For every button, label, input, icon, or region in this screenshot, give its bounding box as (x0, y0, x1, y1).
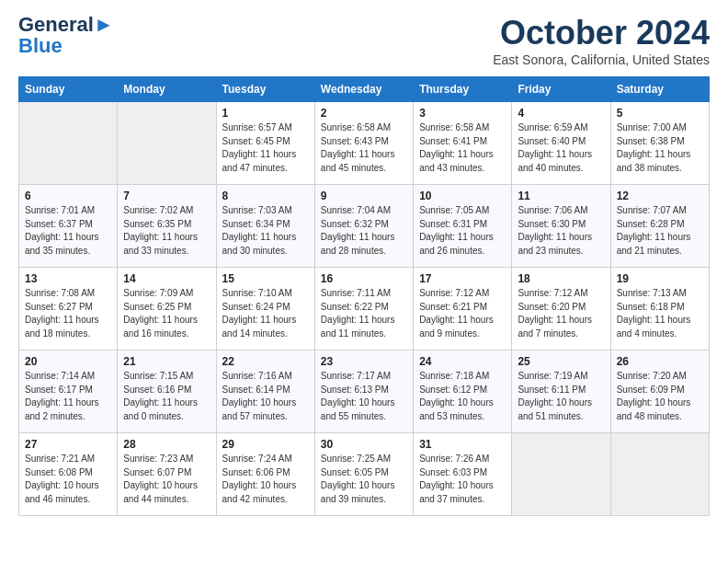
day-info: Sunrise: 7:08 AM Sunset: 6:27 PM Dayligh… (25, 287, 111, 340)
logo: General► Blue (18, 14, 114, 56)
day-number: 1 (222, 107, 309, 120)
calendar-cell: 16Sunrise: 7:11 AM Sunset: 6:22 PM Dayli… (314, 268, 413, 350)
calendar-cell: 27Sunrise: 7:21 AM Sunset: 6:08 PM Dayli… (19, 433, 118, 516)
day-number: 23 (321, 355, 407, 368)
month-title: October 2024 (493, 14, 710, 52)
calendar-cell: 18Sunrise: 7:12 AM Sunset: 6:20 PM Dayli… (512, 268, 610, 350)
calendar-weekday: Saturday (610, 77, 709, 102)
calendar-cell: 20Sunrise: 7:14 AM Sunset: 6:17 PM Dayli… (19, 350, 118, 433)
calendar-week-row: 27Sunrise: 7:21 AM Sunset: 6:08 PM Dayli… (19, 433, 710, 516)
calendar-week-row: 6Sunrise: 7:01 AM Sunset: 6:37 PM Daylig… (19, 185, 710, 268)
day-number: 18 (518, 272, 604, 285)
day-info: Sunrise: 7:01 AM Sunset: 6:37 PM Dayligh… (25, 204, 111, 258)
day-number: 3 (419, 107, 506, 120)
calendar-cell: 6Sunrise: 7:01 AM Sunset: 6:37 PM Daylig… (19, 185, 118, 268)
calendar-cell: 12Sunrise: 7:07 AM Sunset: 6:28 PM Dayli… (610, 185, 709, 268)
calendar-cell: 29Sunrise: 7:24 AM Sunset: 6:06 PM Dayli… (216, 433, 314, 516)
title-area: October 2024 East Sonora, California, Un… (493, 14, 710, 67)
calendar-cell: 23Sunrise: 7:17 AM Sunset: 6:13 PM Dayli… (314, 350, 413, 433)
calendar-cell: 1Sunrise: 6:57 AM Sunset: 6:45 PM Daylig… (216, 102, 314, 185)
calendar-weekday: Wednesday (314, 77, 413, 102)
calendar-cell: 25Sunrise: 7:19 AM Sunset: 6:11 PM Dayli… (512, 350, 610, 433)
day-number: 29 (222, 438, 309, 451)
calendar-cell: 15Sunrise: 7:10 AM Sunset: 6:24 PM Dayli… (216, 268, 314, 350)
day-info: Sunrise: 7:12 AM Sunset: 6:20 PM Dayligh… (518, 287, 604, 340)
calendar-cell (118, 102, 216, 185)
calendar-cell: 5Sunrise: 7:00 AM Sunset: 6:38 PM Daylig… (610, 102, 709, 185)
day-info: Sunrise: 7:14 AM Sunset: 6:17 PM Dayligh… (25, 370, 111, 423)
day-info: Sunrise: 7:24 AM Sunset: 6:06 PM Dayligh… (222, 453, 309, 506)
calendar-cell: 19Sunrise: 7:13 AM Sunset: 6:18 PM Dayli… (610, 268, 709, 350)
day-number: 16 (321, 272, 407, 285)
calendar-cell: 10Sunrise: 7:05 AM Sunset: 6:31 PM Dayli… (414, 185, 512, 268)
calendar-cell: 14Sunrise: 7:09 AM Sunset: 6:25 PM Dayli… (118, 268, 216, 350)
day-number: 22 (222, 355, 309, 368)
day-info: Sunrise: 7:12 AM Sunset: 6:21 PM Dayligh… (419, 287, 506, 340)
calendar-weekday: Friday (512, 77, 610, 102)
day-number: 12 (617, 190, 703, 202)
day-info: Sunrise: 7:25 AM Sunset: 6:05 PM Dayligh… (321, 453, 407, 506)
day-info: Sunrise: 6:58 AM Sunset: 6:41 PM Dayligh… (419, 121, 506, 175)
location: East Sonora, California, United States (493, 52, 710, 67)
day-number: 28 (123, 438, 210, 451)
calendar-cell: 31Sunrise: 7:26 AM Sunset: 6:03 PM Dayli… (414, 433, 512, 516)
day-info: Sunrise: 6:59 AM Sunset: 6:40 PM Dayligh… (518, 121, 604, 175)
day-info: Sunrise: 7:05 AM Sunset: 6:31 PM Dayligh… (419, 204, 506, 258)
day-number: 8 (222, 190, 309, 202)
day-number: 24 (419, 355, 506, 368)
day-number: 25 (518, 355, 604, 368)
day-number: 14 (123, 272, 210, 285)
day-number: 7 (123, 190, 210, 202)
day-info: Sunrise: 7:20 AM Sunset: 6:09 PM Dayligh… (617, 370, 703, 423)
calendar-cell (19, 102, 118, 185)
calendar-cell: 24Sunrise: 7:18 AM Sunset: 6:12 PM Dayli… (414, 350, 512, 433)
day-info: Sunrise: 7:23 AM Sunset: 6:07 PM Dayligh… (123, 453, 210, 506)
calendar-cell: 4Sunrise: 6:59 AM Sunset: 6:40 PM Daylig… (512, 102, 610, 185)
day-info: Sunrise: 7:09 AM Sunset: 6:25 PM Dayligh… (123, 287, 210, 340)
calendar-cell (512, 433, 610, 516)
calendar-cell: 21Sunrise: 7:15 AM Sunset: 6:16 PM Dayli… (118, 350, 216, 433)
day-number: 21 (123, 355, 210, 368)
calendar-cell: 9Sunrise: 7:04 AM Sunset: 6:32 PM Daylig… (314, 185, 413, 268)
day-info: Sunrise: 7:03 AM Sunset: 6:34 PM Dayligh… (222, 204, 309, 258)
logo-text: General► (18, 14, 114, 36)
calendar-week-row: 1Sunrise: 6:57 AM Sunset: 6:45 PM Daylig… (19, 102, 710, 185)
day-number: 5 (617, 107, 703, 120)
calendar-cell: 2Sunrise: 6:58 AM Sunset: 6:43 PM Daylig… (314, 102, 413, 185)
day-info: Sunrise: 7:13 AM Sunset: 6:18 PM Dayligh… (617, 287, 703, 340)
day-info: Sunrise: 7:16 AM Sunset: 6:14 PM Dayligh… (222, 370, 309, 423)
calendar-cell: 3Sunrise: 6:58 AM Sunset: 6:41 PM Daylig… (414, 102, 512, 185)
day-info: Sunrise: 6:57 AM Sunset: 6:45 PM Dayligh… (222, 121, 309, 175)
day-number: 2 (321, 107, 407, 120)
calendar-table: SundayMondayTuesdayWednesdayThursdayFrid… (18, 76, 710, 516)
day-info: Sunrise: 7:19 AM Sunset: 6:11 PM Dayligh… (518, 370, 604, 423)
day-number: 19 (617, 272, 703, 285)
day-number: 30 (321, 438, 407, 451)
day-info: Sunrise: 7:06 AM Sunset: 6:30 PM Dayligh… (518, 204, 604, 258)
calendar-cell: 11Sunrise: 7:06 AM Sunset: 6:30 PM Dayli… (512, 185, 610, 268)
calendar-cell: 30Sunrise: 7:25 AM Sunset: 6:05 PM Dayli… (314, 433, 413, 516)
day-number: 4 (518, 107, 604, 120)
calendar-cell: 8Sunrise: 7:03 AM Sunset: 6:34 PM Daylig… (216, 185, 314, 268)
day-number: 15 (222, 272, 309, 285)
day-number: 13 (25, 272, 111, 285)
day-info: Sunrise: 7:18 AM Sunset: 6:12 PM Dayligh… (419, 370, 506, 423)
day-number: 27 (25, 438, 111, 451)
calendar-cell: 7Sunrise: 7:02 AM Sunset: 6:35 PM Daylig… (118, 185, 216, 268)
day-number: 10 (419, 190, 506, 202)
day-info: Sunrise: 7:11 AM Sunset: 6:22 PM Dayligh… (321, 287, 407, 340)
calendar-cell: 22Sunrise: 7:16 AM Sunset: 6:14 PM Dayli… (216, 350, 314, 433)
calendar-body: 1Sunrise: 6:57 AM Sunset: 6:45 PM Daylig… (19, 102, 710, 516)
day-info: Sunrise: 7:10 AM Sunset: 6:24 PM Dayligh… (222, 287, 309, 340)
day-number: 6 (25, 190, 111, 202)
day-info: Sunrise: 7:15 AM Sunset: 6:16 PM Dayligh… (123, 370, 210, 423)
logo-blue: Blue (18, 36, 63, 56)
calendar-cell: 13Sunrise: 7:08 AM Sunset: 6:27 PM Dayli… (19, 268, 118, 350)
calendar-header-row: SundayMondayTuesdayWednesdayThursdayFrid… (19, 77, 710, 102)
day-info: Sunrise: 7:02 AM Sunset: 6:35 PM Dayligh… (123, 204, 210, 258)
calendar-cell: 26Sunrise: 7:20 AM Sunset: 6:09 PM Dayli… (610, 350, 709, 433)
day-info: Sunrise: 7:26 AM Sunset: 6:03 PM Dayligh… (419, 453, 506, 506)
day-info: Sunrise: 7:07 AM Sunset: 6:28 PM Dayligh… (617, 204, 703, 258)
header: General► Blue October 2024 East Sonora, … (18, 14, 710, 67)
day-number: 26 (617, 355, 703, 368)
